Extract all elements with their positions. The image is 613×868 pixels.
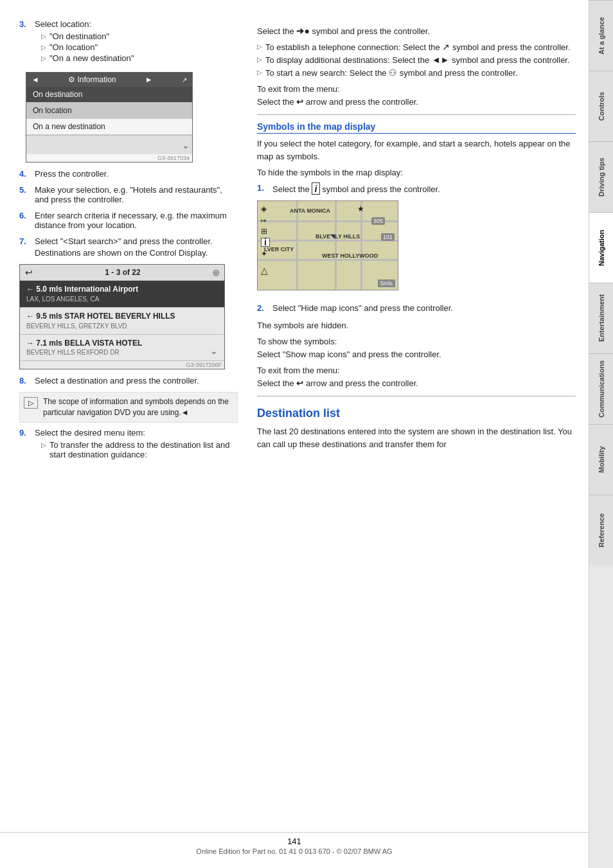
tri-arrow-icon: ▷ xyxy=(41,55,46,62)
map-grid-icon: ⊞ xyxy=(261,227,267,236)
tri-arrow-icon: ▷ xyxy=(41,44,46,51)
page-footer: 141 Online Edition for Part no. 01 41 0 … xyxy=(0,832,589,855)
map-badge-101: 101 xyxy=(381,233,395,241)
step-9-bullet-1-text: To transfer the address to the destinati… xyxy=(49,440,238,459)
step-7-note-text: Destinations are shown on the Control Di… xyxy=(35,248,208,258)
result-3-arrow: → xyxy=(26,339,36,348)
bullet-on-new-destination-text: "On a new destination" xyxy=(49,53,134,63)
bullet-on-new-destination: ▷ "On a new destination" xyxy=(41,53,238,63)
results-header-text: 1 - 3 of 22 xyxy=(105,268,140,277)
results-header: ↩ 1 - 3 of 22 ◎ xyxy=(20,265,224,281)
right-bullet-additional: ▷ To display additional destinations: Se… xyxy=(257,55,576,65)
sidebar-tab-communications[interactable]: Communications xyxy=(589,353,613,424)
step-8: 8. Select a destination and press the co… xyxy=(19,376,238,385)
map-scale: 5mls xyxy=(378,279,395,287)
destination-list-heading: Destination list xyxy=(257,407,576,420)
symbols-step-2-number: 2. xyxy=(257,303,269,313)
result-item-2[interactable]: ← 9.5 mls STAR HOTEL BEVERLY HILLS BEVER… xyxy=(20,308,224,335)
note-box: ▷ The scope of information and symbols d… xyxy=(19,392,238,423)
sidebar-tab-driving-tips[interactable]: Driving tips xyxy=(589,141,613,212)
note-triangle-icon: ▷ xyxy=(24,397,38,409)
bullet-on-location: ▷ "On location" xyxy=(41,42,238,52)
result-1-sub: LAX, LOS ANGELES, CA xyxy=(26,295,218,304)
right-bullet-telephone-text: To establish a telephone connection: Sel… xyxy=(265,42,571,52)
map-road-h3 xyxy=(258,259,398,261)
results-header-icon: ◎ xyxy=(213,268,219,277)
menu-on-new-destination-label: On a new destination xyxy=(33,122,105,131)
step-6: 6. Enter search criteria if necessary, e… xyxy=(19,211,238,230)
right-bullet-search-text: To start a new search: Select the ⚇ symb… xyxy=(265,67,517,78)
symbols-hidden-text: The symbols are hidden. xyxy=(257,319,576,332)
menu-on-location[interactable]: On location xyxy=(26,103,192,119)
menu-on-destination[interactable]: On destination xyxy=(26,87,192,103)
screen-caption: G3-3917034 xyxy=(26,154,192,162)
symbols-section: Symbols in the map display If you select… xyxy=(257,121,576,389)
step-9-bullet-1: ▷ To transfer the address to the destina… xyxy=(41,440,238,459)
symbols-step-1-number: 1. xyxy=(257,183,269,193)
divider-1 xyxy=(257,114,576,115)
symbols-para-2: To hide the symbols in the map display: xyxy=(257,166,576,179)
sidebar-right: At a glance Controls Driving tips Naviga… xyxy=(589,0,613,868)
map-arrow-icon: ↦ xyxy=(261,217,266,224)
sidebar-tab-entertainment[interactable]: Entertainment xyxy=(589,283,613,353)
map-road-v1 xyxy=(296,201,298,290)
bullet-on-destination: ▷ "On destination" xyxy=(41,31,238,41)
result-2-main: ← 9.5 mls STAR HOTEL BEVERLY HILLS xyxy=(26,311,218,322)
menu-on-new-destination[interactable]: On a new destination xyxy=(26,119,192,135)
left-column: 3. Select location: ▷ "On destination" ▷… xyxy=(0,13,251,855)
tri-arrow-icon: ▷ xyxy=(257,56,262,63)
step-9: 9. Select the desired menu item: ▷ To tr… xyxy=(19,428,238,461)
sidebar-tab-reference[interactable]: Reference xyxy=(589,495,613,565)
sidebar-tab-mobility[interactable]: Mobility xyxy=(589,424,613,495)
map-city-culver-city: LVER CITY xyxy=(264,246,294,252)
result-2-sub: BEVERLY HILLS, GRETZKY BLVD xyxy=(26,322,218,331)
step-4-number: 4. xyxy=(19,169,31,179)
step-7: 7. Select "<Start search>" and press the… xyxy=(19,236,238,258)
step-5-label: Make your selection, e.g. "Hotels and re… xyxy=(35,185,222,204)
sidebar-tab-navigation[interactable]: Navigation xyxy=(589,212,613,283)
footer-copyright: Online Edition for Part no. 01 41 0 013 … xyxy=(0,847,589,855)
screen-forward-icon: ► xyxy=(145,75,153,84)
step-3-label: Select location: xyxy=(35,19,91,29)
symbols-step-1: 1. Select the i symbol and press the con… xyxy=(257,183,576,194)
map-road-h2 xyxy=(258,240,398,242)
sidebar-tab-at-a-glance[interactable]: At a glance xyxy=(589,0,613,71)
menu-on-location-label: On location xyxy=(33,106,72,115)
result-3-main: → 7.1 mls BELLA VISTA HOTEL xyxy=(26,338,210,349)
map-star2-icon: ✦ xyxy=(261,249,267,258)
step-3: 3. Select location: ▷ "On destination" ▷… xyxy=(19,19,238,66)
step-4-label: Press the controller. xyxy=(35,169,109,179)
sidebar-tab-controls[interactable]: Controls xyxy=(589,71,613,141)
step-3-number: 3. xyxy=(19,19,31,29)
result-1-main: ← 5.0 mls International Airport xyxy=(26,284,218,295)
map-audio-icon: ◈ xyxy=(261,204,267,213)
symbols-section-heading: Symbols in the map display xyxy=(257,121,576,134)
step-5-number: 5. xyxy=(19,185,31,195)
destination-list-section: Destination list The last 20 destination… xyxy=(257,407,576,450)
step-5: 5. Make your selection, e.g. "Hotels and… xyxy=(19,185,238,204)
results-mockup: ↩ 1 - 3 of 22 ◎ ← 5.0 mls International … xyxy=(19,264,225,369)
step-3-bullets: ▷ "On destination" ▷ "On location" ▷ "On… xyxy=(41,31,238,63)
tri-arrow-icon: ▷ xyxy=(257,43,262,50)
step-8-number: 8. xyxy=(19,376,31,385)
symbols-exit-text: To exit from the menu:Select the ↩ arrow… xyxy=(257,364,576,389)
screen-corner-icon: ↗ xyxy=(182,76,187,84)
result-2-arrow: ← xyxy=(26,312,36,321)
divider-2 xyxy=(257,396,576,396)
map-city-anta-monica: ANTA MONICA xyxy=(290,208,330,214)
step-6-label: Enter search criteria if necessary, e.g.… xyxy=(35,211,227,230)
right-bullets: ▷ To establish a telephone connection: S… xyxy=(257,42,576,78)
symbols-step-2: 2. Select "Hide map icons" and press the… xyxy=(257,303,576,313)
step-7-label: Select "<Start search>" and press the co… xyxy=(35,236,213,246)
step-6-number: 6. xyxy=(19,211,31,220)
step-7-note: Destinations are shown on the Control Di… xyxy=(35,248,238,258)
note-text: The scope of information and symbols dep… xyxy=(43,396,233,418)
bullet-on-destination-text: "On destination" xyxy=(49,31,109,41)
symbols-step-2-label: Select "Hide map icons" and press the co… xyxy=(272,303,453,313)
symbols-step-1-label: Select the i symbol and press the contro… xyxy=(272,184,440,194)
screen-title: ⚙ Information xyxy=(68,75,116,84)
result-item-3[interactable]: → 7.1 mls BELLA VISTA HOTEL BEVERLY HILL… xyxy=(20,335,224,362)
result-item-1[interactable]: ← 5.0 mls International Airport LAX, LOS… xyxy=(20,281,224,308)
step-7-number: 7. xyxy=(19,236,31,246)
map-road-v2 xyxy=(335,201,337,290)
